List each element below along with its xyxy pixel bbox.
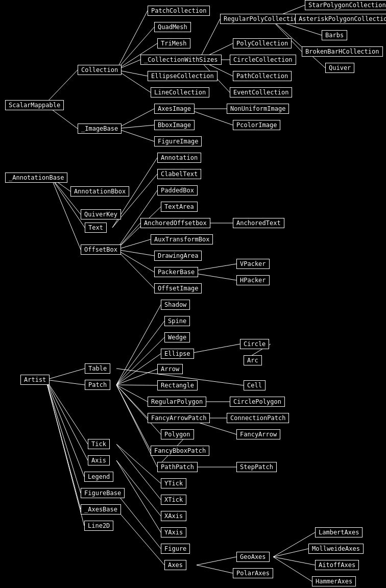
- node-collection: Collection: [78, 65, 122, 75]
- node-artist: Artist: [20, 375, 50, 385]
- node-hpacker: HPacker: [236, 275, 270, 285]
- node-text: Text: [85, 223, 107, 233]
- node-linecollection: LineCollection: [151, 87, 209, 97]
- node-line2d: Line2D: [84, 521, 113, 531]
- node-ytick: YTick: [161, 478, 186, 488]
- node-quiverkey: QuiverKey: [81, 209, 121, 219]
- node--annotationbase: _AnnotationBase: [5, 173, 67, 183]
- node-patch: Patch: [85, 380, 110, 390]
- node-brokenbarhcollection: BrokenBarHCollection: [302, 46, 383, 57]
- node-axes: Axes: [164, 560, 186, 570]
- node-packerbase: PackerBase: [154, 267, 198, 277]
- node-barbs: Barbs: [322, 30, 347, 40]
- node-polaraxes: PolarAxes: [233, 568, 273, 578]
- node-textarea: TextArea: [161, 202, 198, 212]
- node-aitoffaxes: AitoffAxes: [315, 560, 359, 570]
- node-offsetimage: OffsetImage: [154, 283, 202, 293]
- node-eventcollection: EventCollection: [230, 87, 292, 97]
- node-pathpatch: PathPatch: [157, 462, 198, 472]
- node-legend: Legend: [84, 472, 113, 482]
- node-quiver: Quiver: [325, 63, 354, 73]
- node-polygon: Polygon: [161, 429, 194, 439]
- node-spine: Spine: [164, 316, 190, 326]
- node-fancybboxpatch: FancyBboxPatch: [151, 446, 209, 456]
- node-lambertaxes: LambertAxes: [315, 527, 363, 537]
- node-annotationbbox: AnnotationBbox: [70, 186, 129, 197]
- node-figurebase: FigureBase: [81, 488, 125, 498]
- node-shadow: Shadow: [161, 300, 190, 310]
- node-pathcollection: PathCollection: [233, 71, 292, 81]
- node-pcolorimage: PcolorImage: [233, 120, 280, 130]
- node-cell: Cell: [244, 380, 266, 390]
- node-bboximage: BboxImage: [154, 120, 195, 130]
- node-annotation: Annotation: [157, 153, 201, 163]
- node-trimesh: TriMesh: [157, 38, 190, 48]
- node-starpolygoncollection: StarPolygonCollection: [305, 0, 386, 10]
- node-figure: Figure: [161, 544, 190, 554]
- node-ellipsecollection: EllipseCollection: [148, 71, 218, 81]
- node-axis: Axis: [88, 455, 110, 465]
- node-arrow: Arrow: [157, 364, 183, 374]
- node-circlepolygon: CirclePolygon: [230, 397, 285, 407]
- node-yaxis: YAxis: [161, 527, 186, 537]
- node-vpacker: VPacker: [236, 259, 270, 269]
- node-mollweideaxes: MollweideAxes: [308, 544, 364, 554]
- node--imagebase: _ImageBase: [78, 124, 122, 134]
- node-steppatch: StepPatch: [236, 462, 277, 472]
- node-hammeraxes: HammerAxes: [312, 576, 356, 586]
- node-ellipse: Ellipse: [161, 349, 194, 359]
- node-drawingarea: DrawingArea: [154, 251, 202, 261]
- node-regularpolygon: RegularPolygon: [148, 397, 206, 407]
- node-asteriskpolygoncollection: AsteriskPolygonCollection: [295, 14, 386, 24]
- node-table: Table: [85, 363, 110, 374]
- node-clabeltext: ClabelText: [157, 169, 201, 179]
- node-anchoredoffsetbox: AnchoredOffsetbox: [140, 218, 210, 228]
- node-circle: Circle: [240, 339, 269, 349]
- node-offsetbox: OffsetBox: [81, 244, 121, 255]
- node-nonuniformimage: NonUniformImage: [227, 104, 289, 114]
- node-regularpolycollection: RegularPolyCollection: [220, 14, 305, 24]
- node-xaxis: XAxis: [161, 511, 186, 521]
- node-circlecollection: CircleCollection: [230, 55, 296, 65]
- node-tick: Tick: [88, 439, 110, 449]
- node-auxtransformbox: AuxTransformBox: [151, 234, 213, 244]
- node-figureimage: FigureImage: [154, 136, 202, 146]
- node-axesimage: AxesImage: [154, 104, 195, 114]
- node-geoaxes: GeoAxes: [236, 552, 270, 562]
- node-fancyarrow: FancyArrow: [236, 429, 280, 439]
- node--collectionwithsizes: _CollectionWithSizes: [140, 55, 222, 65]
- node-connectionpatch: ConnectionPatch: [227, 413, 289, 423]
- node-rectangle: Rectangle: [157, 380, 198, 390]
- node-anchoredtext: AnchoredText: [233, 218, 284, 228]
- node--axesbase: _AxesBase: [81, 504, 121, 514]
- node-arc: Arc: [244, 355, 262, 365]
- node-scalarmappable: ScalarMappable: [5, 100, 64, 110]
- node-patchcollection: PatchCollection: [148, 6, 210, 16]
- node-quadmesh: QuadMesh: [154, 22, 191, 32]
- node-wedge: Wedge: [164, 332, 190, 342]
- node-fancyarrowpatch: FancyArrowPatch: [148, 413, 210, 423]
- node-polycollection: PolyCollection: [233, 38, 292, 48]
- node-xtick: XTick: [161, 495, 186, 505]
- node-paddedbox: PaddedBox: [157, 185, 198, 195]
